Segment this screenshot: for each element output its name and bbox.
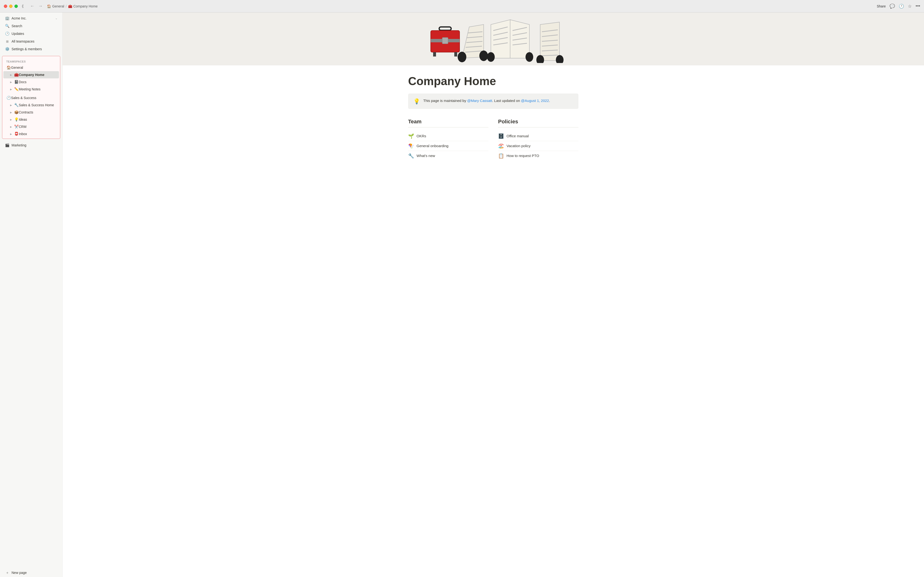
- plus-icon: ＋: [5, 570, 10, 575]
- sidebar-collapse-button[interactable]: ⟪: [22, 4, 24, 8]
- titlebar-actions: Share 💬 🕐 ☆ •••: [877, 3, 920, 9]
- sales-home-icon: 🔧: [14, 103, 19, 108]
- close-button[interactable]: [4, 5, 7, 8]
- chevron-icon: ▶: [10, 74, 14, 76]
- sales-success-label: Sales & Success: [11, 96, 57, 100]
- sidebar-item-sales-home[interactable]: ▶ 🔧 Sales & Success Home: [3, 102, 59, 109]
- minimize-button[interactable]: [9, 5, 13, 8]
- titlebar: ⟪ ← → 🏠 General / 🧰 Company Home Share 💬…: [0, 0, 924, 13]
- sidebar-item-ideas[interactable]: ▶ 💡 Ideas: [3, 116, 59, 123]
- chevron-docs-icon: ▶: [10, 81, 14, 84]
- breadcrumb-company-home[interactable]: 🧰 Company Home: [68, 4, 98, 8]
- back-button[interactable]: ←: [29, 3, 36, 9]
- chevron-down-icon: ⌄: [55, 16, 58, 20]
- svg-rect-3: [442, 37, 448, 44]
- header-illustration: [412, 15, 575, 63]
- more-icon: •••: [916, 3, 920, 8]
- svg-point-21: [487, 52, 495, 62]
- breadcrumb-general[interactable]: 🏠 General: [47, 4, 64, 8]
- callout-date[interactable]: @August 1, 2022: [521, 98, 549, 103]
- sidebar-item-general[interactable]: 🏠 General: [3, 64, 59, 71]
- history-button[interactable]: 🕐: [899, 3, 904, 9]
- whats-new-icon: 🔧: [408, 153, 414, 159]
- link-general-onboarding[interactable]: 🪁 General onboarding: [408, 141, 488, 151]
- link-pto[interactable]: 📋 How to request PTO: [498, 151, 578, 161]
- ideas-label: Ideas: [19, 118, 57, 121]
- app-body: 🏢 Acme Inc. ⌄ 🔍 Search 🕐 Updates ⊞ All t…: [0, 13, 924, 577]
- sidebar-item-sales-success[interactable]: 🕐 Sales & Success: [3, 94, 59, 102]
- chevron-sales-home-icon: ▶: [10, 104, 14, 106]
- policies-section: Policies 🗄️ Office manual 🏖️ Vacation po…: [498, 119, 578, 161]
- search-icon: 🔍: [5, 24, 10, 28]
- ideas-icon: 💡: [14, 117, 19, 122]
- forward-button[interactable]: →: [37, 3, 44, 9]
- sidebar-item-all-teamspaces[interactable]: ⊞ All teamspaces: [1, 37, 61, 45]
- onboarding-label: General onboarding: [417, 144, 449, 148]
- sidebar-item-updates[interactable]: 🕐 Updates: [1, 30, 61, 37]
- teamspaces-label: Teamspaces: [2, 57, 60, 64]
- chevron-crm-icon: ▶: [10, 126, 14, 128]
- team-section: Team 🌱 OKRs 🪁 General onboarding 🔧 What'…: [408, 119, 488, 161]
- home-icon: 🏠: [47, 4, 51, 8]
- svg-point-22: [525, 52, 533, 62]
- okrs-icon: 🌱: [408, 133, 414, 139]
- chevron-inbox-icon: ▶: [10, 133, 14, 135]
- teamspaces-section: Teamspaces 🏠 General ▶ 🧰 Company Home ▶ …: [2, 56, 60, 139]
- callout-author[interactable]: @Mary Cassatt: [467, 98, 492, 103]
- meeting-notes-label: Meeting Notes: [19, 87, 57, 91]
- sidebar-item-marketing[interactable]: 🎬 Marketing: [1, 141, 61, 149]
- settings-label: Settings & members: [11, 47, 58, 51]
- maximize-button[interactable]: [15, 5, 18, 8]
- general-icon: 🏠: [6, 65, 11, 70]
- more-button[interactable]: •••: [916, 3, 920, 9]
- breadcrumb: 🏠 General / 🧰 Company Home: [47, 4, 98, 8]
- sidebar-item-crm[interactable]: ▶ ✂️ CRM: [3, 123, 59, 130]
- svg-rect-4: [433, 52, 436, 56]
- sidebar-item-company-home[interactable]: ▶ 🧰 Company Home: [3, 71, 59, 78]
- history-icon: 🕐: [899, 4, 904, 9]
- okrs-label: OKRs: [417, 134, 426, 138]
- office-manual-icon: 🗄️: [498, 133, 504, 139]
- sidebar-item-inbox[interactable]: ▶ 📮 Inbox: [3, 130, 59, 137]
- sidebar-item-docs[interactable]: ▶ 📓 Docs: [3, 78, 59, 85]
- docs-label: Docs: [19, 80, 57, 84]
- sidebar-item-search[interactable]: 🔍 Search: [1, 22, 61, 30]
- share-button[interactable]: Share: [877, 4, 886, 8]
- comment-button[interactable]: 💬: [890, 3, 895, 9]
- whats-new-label: What's new: [417, 154, 435, 158]
- sidebar-item-new-page[interactable]: ＋ New page: [1, 569, 61, 577]
- svg-rect-0: [439, 27, 451, 30]
- crm-icon: ✂️: [14, 124, 19, 129]
- link-whats-new[interactable]: 🔧 What's new: [408, 151, 488, 161]
- sidebar-item-contracts[interactable]: ▶ 📦 Contracts: [3, 109, 59, 116]
- workspace-switcher[interactable]: 🏢 Acme Inc. ⌄: [1, 15, 61, 22]
- star-icon: ☆: [908, 4, 912, 9]
- link-office-manual[interactable]: 🗄️ Office manual: [498, 131, 578, 141]
- general-label: General: [11, 66, 57, 69]
- marketing-label: Marketing: [11, 143, 58, 147]
- callout-text-middle: . Last updated on: [492, 98, 521, 103]
- acme-icon: 🏢: [5, 16, 10, 21]
- workspace-icon: 🏢: [5, 16, 10, 21]
- two-column-section: Team 🌱 OKRs 🪁 General onboarding 🔧 What'…: [408, 119, 578, 161]
- chevron-ideas-icon: ▶: [10, 118, 14, 121]
- updates-icon: 🕐: [5, 31, 10, 36]
- comment-icon: 💬: [890, 4, 895, 9]
- svg-rect-5: [454, 52, 457, 56]
- vacation-icon: 🏖️: [498, 143, 504, 149]
- sidebar-item-settings[interactable]: ⚙️ Settings & members: [1, 45, 61, 53]
- page-body: Company Home 💡 This page is maintained b…: [385, 65, 602, 175]
- docs-icon: 📓: [14, 80, 19, 84]
- contracts-label: Contracts: [19, 110, 57, 114]
- link-vacation-policy[interactable]: 🏖️ Vacation policy: [498, 141, 578, 151]
- link-okrs[interactable]: 🌱 OKRs: [408, 131, 488, 141]
- favorite-button[interactable]: ☆: [908, 3, 912, 9]
- sidebar-item-meeting-notes[interactable]: ▶ ✏️ Meeting Notes: [3, 85, 59, 93]
- policies-heading: Policies: [498, 119, 578, 127]
- new-page-label: New page: [11, 571, 58, 575]
- inbox-icon: 📮: [14, 132, 19, 136]
- traffic-lights: [4, 5, 18, 8]
- chevron-meeting-icon: ▶: [10, 88, 14, 91]
- teamspaces-icon: ⊞: [5, 39, 10, 44]
- pto-label: How to request PTO: [507, 154, 539, 158]
